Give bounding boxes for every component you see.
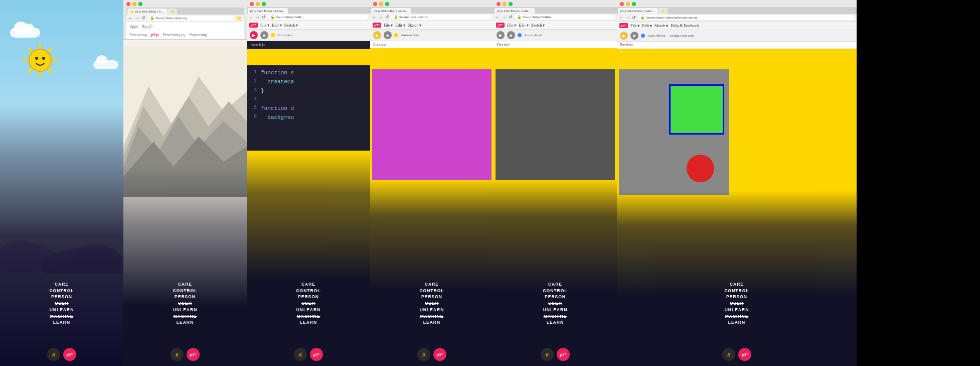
sketch-title: coding train colo (670, 34, 694, 38)
dot-6 (641, 34, 645, 38)
b3-logo-3: ß (294, 348, 307, 361)
url-5: Secure https://editor... (523, 15, 553, 19)
status-dot (271, 33, 275, 37)
ref-4[interactable]: ↺ (385, 15, 389, 20)
sketch-4[interactable]: Sketch ▾ (408, 23, 422, 28)
back-3[interactable]: ← (249, 15, 253, 20)
file-6[interactable]: File ▾ (630, 24, 639, 28)
min-5[interactable] (503, 2, 507, 6)
code-line-6: 6 backgrou (251, 113, 366, 122)
logos-bar-6: ß p5* (722, 348, 751, 361)
run-6[interactable]: ▶ (620, 32, 628, 40)
p5-logo: p5* (63, 348, 76, 361)
edit-5[interactable]: Edit ▾ (519, 23, 528, 28)
autoref-5: Auto-refresh (524, 33, 542, 37)
minimize-dot[interactable] (132, 2, 136, 6)
svg-line-5 (29, 49, 31, 51)
addr-5[interactable]: 🔒 Secure https://editor... (515, 15, 615, 20)
ref-6[interactable]: ↺ (632, 15, 636, 20)
max-5[interactable] (509, 2, 513, 6)
close-4[interactable] (373, 2, 377, 6)
back-4[interactable]: ← (372, 15, 377, 20)
forward-button[interactable]: → (135, 16, 139, 21)
min-dot-3[interactable] (256, 2, 260, 6)
ref-3[interactable]: ↺ (262, 15, 266, 20)
edit-4[interactable]: Edit ▾ (395, 23, 405, 28)
addr-4[interactable]: 🔒 Secure https://editor... (391, 15, 492, 20)
bookmark-icon[interactable]: ⭐ (236, 16, 242, 21)
url-3: Secure https://edit... (276, 15, 304, 19)
sketch-6[interactable]: Sketch ▾ (655, 24, 669, 28)
fwd-6[interactable]: → (625, 15, 630, 20)
stop-5[interactable]: ■ (507, 31, 515, 39)
address-bar[interactable]: 🔒 Secure https://p5js.org (147, 16, 234, 21)
file-5[interactable]: File ▾ (507, 23, 516, 28)
tshirt-text-2: CARE CONTROL PERSON USER UNLEARN MACHINE… (173, 281, 197, 326)
file-4[interactable]: File ▾ (384, 23, 393, 28)
run-4[interactable]: ▶ (373, 31, 381, 39)
panel-shapes-preview: p5.js Web Editor | coding tra... ⭐ ← → ↺… (617, 0, 857, 366)
addr-3[interactable]: 🔒 Secure https://edit... (268, 15, 368, 20)
secure-3: 🔒 (270, 15, 275, 19)
min-4[interactable] (379, 2, 383, 6)
maximize-dot[interactable] (138, 2, 142, 6)
help-6[interactable]: Help & Feedback (671, 24, 699, 28)
addr-6[interactable]: 🔒 Secure https://editor.p5js.org/coding (638, 15, 855, 20)
sun-icon (20, 40, 60, 80)
b3-logo-2: ß (171, 348, 184, 361)
p5-logo-4: p5* (373, 23, 381, 28)
nav-flip[interactable]: flip p5 (142, 24, 152, 29)
sketch-menu[interactable]: Sketch ▾ (284, 23, 298, 28)
back-button[interactable]: ← (128, 16, 133, 21)
refresh-button[interactable]: ↺ (141, 16, 145, 21)
tab-4[interactable]: p5.js Web Editor | coding t... (371, 8, 411, 14)
edit-menu[interactable]: Edit ▾ (272, 23, 281, 28)
nav-processing[interactable]: Processing (129, 33, 147, 37)
min-6[interactable] (626, 2, 630, 6)
secure-6: 🔒 (640, 16, 645, 20)
svg-line-6 (49, 69, 52, 72)
close-5[interactable] (497, 2, 501, 6)
auto-refresh-label: Auto-refre... (277, 33, 295, 37)
fwd-4[interactable]: → (379, 15, 383, 20)
stop-6[interactable]: ■ (630, 32, 638, 40)
back-5[interactable]: ← (496, 15, 500, 20)
tshirt-text-3: CARE CONTROL PERSON USER UNLEARN MACHINE… (296, 281, 320, 326)
run-5[interactable]: ▶ (497, 31, 505, 39)
svg-point-10 (42, 57, 45, 60)
browser-tab[interactable]: ⭐ p5.js Web Editor | Unbiase... (127, 9, 168, 15)
stop-button[interactable]: ■ (260, 31, 268, 39)
fwd-5[interactable]: → (502, 15, 507, 20)
tshirt-text-5: CARE CONTROL PERSON USER UNLEARN MACHINE… (543, 281, 567, 326)
logos-bar: ß p5* (47, 348, 76, 361)
back-6[interactable]: ← (619, 15, 623, 20)
close-dot-3[interactable] (250, 2, 254, 6)
tab-5[interactable]: p5.js Web Editor | coding... (495, 8, 535, 14)
tab-6[interactable]: p5.js Web Editor | coding tra... (618, 8, 658, 14)
max-4[interactable] (385, 2, 389, 6)
nav-p5js[interactable]: p5.js (151, 33, 159, 37)
close-dot[interactable] (126, 2, 130, 6)
logos-bar-4: ß p5* (417, 348, 446, 361)
logos-bar-3: ß p5* (294, 348, 323, 361)
tab-code[interactable]: p5.js Web Editor | Adven... (248, 8, 288, 14)
max-dot-3[interactable] (262, 2, 266, 6)
edit-6[interactable]: Edit ▾ (642, 24, 651, 28)
ref-5[interactable]: ↺ (509, 15, 513, 20)
code-line-1: 1 function s (251, 68, 366, 77)
close-6[interactable] (620, 2, 624, 6)
nav-apps[interactable]: Apps (129, 24, 138, 29)
preview-canvas-magenta (372, 69, 492, 180)
fwd-3[interactable]: → (255, 15, 260, 20)
svg-point-9 (35, 57, 38, 60)
nav-processing2[interactable]: Processing (190, 33, 207, 37)
browser-tab-2[interactable]: ⭐ (168, 9, 177, 15)
max-6[interactable] (632, 2, 636, 6)
nav-processing-py[interactable]: Processing.py (163, 33, 186, 37)
sketch-5[interactable]: Sketch ▾ (531, 23, 545, 28)
preview-label-5: Preview (497, 42, 510, 47)
run-button[interactable]: ▶ (250, 31, 258, 39)
file-menu[interactable]: File ▾ (260, 23, 269, 28)
stop-4[interactable]: ■ (384, 31, 392, 39)
tab-6b[interactable]: ⭐ (659, 8, 668, 14)
